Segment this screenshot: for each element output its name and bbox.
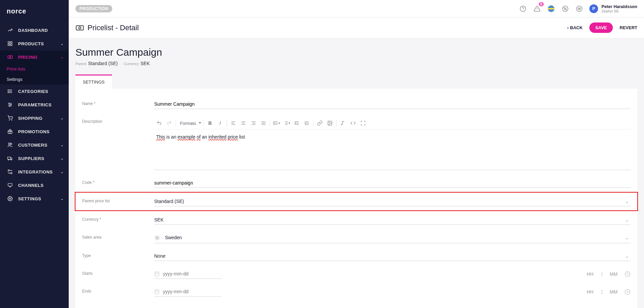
ends-hh[interactable]: HH xyxy=(583,289,598,295)
sidebar-item-shopping[interactable]: SHOPPING ⌄ xyxy=(0,111,69,125)
suppliers-icon xyxy=(7,156,13,161)
svg-point-30 xyxy=(520,6,526,11)
map-icon xyxy=(154,235,161,241)
env-badge: PRODUCTION xyxy=(75,5,112,12)
user-tenant: Zephyr SE xyxy=(601,9,637,13)
numbered-list-icon[interactable]: ▾ xyxy=(282,118,292,128)
flag-sweden-icon xyxy=(548,5,554,12)
bold-icon[interactable]: B xyxy=(205,118,215,128)
sidebar-item-channels[interactable]: CHANNELS xyxy=(0,178,69,192)
sidebar-subitem-pricelists[interactable]: Price lists xyxy=(0,64,69,74)
ends-label: Ends xyxy=(82,287,154,294)
ends-date-input[interactable] xyxy=(154,287,222,297)
alert-icon[interactable]: 5 xyxy=(533,5,541,13)
code-input[interactable] xyxy=(154,178,631,188)
redo-icon[interactable] xyxy=(164,118,174,128)
formats-dropdown[interactable]: Formats xyxy=(177,119,202,127)
sidebar-item-suppliers[interactable]: SUPPLIERS ⌄ xyxy=(0,152,69,165)
parent-select[interactable]: Standard (SE) xyxy=(154,197,631,206)
dashboard-icon xyxy=(7,28,13,33)
save-button[interactable]: SAVE xyxy=(589,22,613,33)
help-icon[interactable] xyxy=(519,5,527,13)
sidebar-subitem-settings[interactable]: Settings xyxy=(0,74,69,85)
fullscreen-icon[interactable] xyxy=(358,118,368,128)
sales-area-label: Sales area xyxy=(82,233,154,240)
sidebar-subitem-label: Price lists xyxy=(7,66,25,71)
tab-settings[interactable]: SETTINGS xyxy=(75,74,112,89)
user-menu[interactable]: P Peter Haraldsson Zephyr SE xyxy=(589,4,637,13)
svg-point-15 xyxy=(9,106,10,107)
sidebar-item-pricing[interactable]: PRICING ⌄ xyxy=(0,50,69,64)
svg-rect-4 xyxy=(10,44,12,46)
sidebar-item-settings[interactable]: SETTINGS ⌄ xyxy=(0,192,69,205)
link-icon[interactable] xyxy=(315,118,325,128)
svg-point-14 xyxy=(10,104,11,105)
currency-select[interactable]: SEK xyxy=(154,215,631,225)
align-justify-icon[interactable] xyxy=(258,118,269,128)
svg-point-13 xyxy=(9,103,10,104)
svg-line-35 xyxy=(564,7,567,10)
parent-row-highlight: Parent price list Standard (SE) ⌄ xyxy=(75,192,638,211)
sidebar-item-categories[interactable]: CATEGORIES xyxy=(0,85,69,98)
type-select[interactable]: None xyxy=(154,251,631,261)
chevron-down-icon: ⌄ xyxy=(625,254,629,259)
back-button[interactable]: ‹BACK xyxy=(567,25,583,30)
name-input[interactable] xyxy=(154,99,631,109)
undo-icon[interactable] xyxy=(154,118,164,128)
user-name: Peter Haraldsson xyxy=(601,4,637,9)
svg-point-56 xyxy=(274,121,274,122)
locale-icon[interactable] xyxy=(547,5,555,13)
sidebar-item-label: PROMOTIONS xyxy=(18,129,50,134)
parent-meta-value: Standard (SE) xyxy=(88,61,118,66)
code-icon[interactable] xyxy=(348,118,358,128)
integrations-icon xyxy=(7,169,13,174)
align-center-icon[interactable] xyxy=(238,118,248,128)
sales-area-select[interactable]: Sweden xyxy=(154,233,631,243)
sidebar-item-label: CATEGORIES xyxy=(18,89,48,94)
revert-button[interactable]: REVERT xyxy=(620,25,637,30)
italic-icon[interactable]: I xyxy=(215,118,225,128)
chevron-down-icon: ⌄ xyxy=(60,116,64,120)
sidebar-item-promotions[interactable]: PROMOTIONS xyxy=(0,125,69,138)
avatar: P xyxy=(589,4,598,13)
logo[interactable]: norce xyxy=(0,5,69,23)
clock-icon[interactable] xyxy=(625,271,631,277)
starts-hh[interactable]: HH xyxy=(583,271,598,277)
image-icon[interactable] xyxy=(325,118,335,128)
svg-point-16 xyxy=(9,120,9,120)
sidebar-item-label: INTEGRATIONS xyxy=(18,169,53,174)
sidebar-item-products[interactable]: PRODUCTS ⌄ xyxy=(0,37,69,50)
svg-rect-2 xyxy=(10,42,12,43)
align-left-icon[interactable] xyxy=(228,118,238,128)
sidebar-item-integrations[interactable]: INTEGRATIONS ⌄ xyxy=(0,165,69,178)
tabs: SETTINGS xyxy=(75,74,637,89)
svg-point-72 xyxy=(329,122,329,123)
chevron-down-icon: ⌄ xyxy=(625,218,629,222)
discount-icon[interactable] xyxy=(561,5,569,13)
sidebar-item-parametrics[interactable]: PARAMETRICS xyxy=(0,98,69,111)
chevron-down-icon: ⌄ xyxy=(60,156,64,161)
menu-icon[interactable] xyxy=(575,5,583,13)
clock-icon[interactable] xyxy=(625,289,631,295)
promotions-icon xyxy=(7,129,13,134)
clear-format-icon[interactable] xyxy=(338,118,348,128)
topbar: PRODUCTION 5 P Peter Haraldsson Zephyr S… xyxy=(69,0,644,17)
align-right-icon[interactable] xyxy=(248,118,258,128)
sidebar-item-label: CHANNELS xyxy=(18,183,44,188)
svg-point-23 xyxy=(11,159,12,160)
sidebar-item-customers[interactable]: CUSTOMERS ⌄ xyxy=(0,138,69,152)
code-label: Code * xyxy=(82,178,154,185)
customers-icon xyxy=(7,142,13,148)
starts-mm[interactable]: MM xyxy=(606,271,621,277)
rte-content[interactable]: This is an example of an inherited price… xyxy=(154,130,631,170)
indent-icon[interactable] xyxy=(302,118,312,128)
svg-point-58 xyxy=(274,124,274,125)
bullet-list-icon[interactable]: ▾ xyxy=(272,118,282,128)
sidebar-item-dashboard[interactable]: DASHBOARD xyxy=(0,23,69,37)
svg-point-29 xyxy=(9,198,11,199)
outdent-icon[interactable] xyxy=(292,118,302,128)
channels-icon xyxy=(7,183,13,188)
starts-date-input[interactable] xyxy=(154,269,222,279)
ends-mm[interactable]: MM xyxy=(606,289,621,295)
chevron-down-icon: ⌄ xyxy=(60,169,64,174)
